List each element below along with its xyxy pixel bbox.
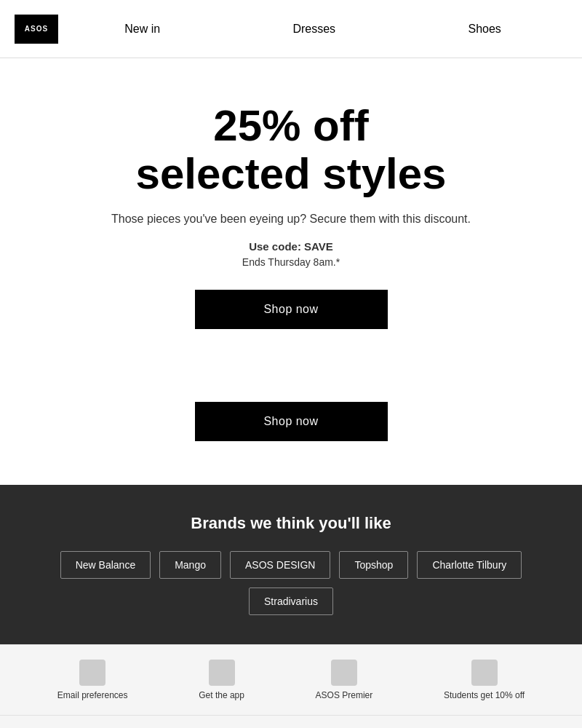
hero-section: 25% off selected styles Those pieces you…	[0, 58, 582, 358]
hero-code-value: SAVE	[304, 240, 333, 253]
brand-new-balance[interactable]: New Balance	[60, 551, 151, 579]
hero-subtitle: Those pieces you've been eyeing up? Secu…	[29, 213, 553, 226]
footer-students-label: Students get 10% off	[444, 690, 525, 700]
brands-grid: New Balance Mango ASOS DESIGN Topshop Ch…	[29, 551, 553, 615]
app-icon	[209, 660, 235, 686]
header: ASOS New in Dresses Shoes	[0, 0, 582, 58]
hero-code: Use code: SAVE	[29, 240, 553, 253]
hero-ends: Ends Thursday 8am.*	[29, 256, 553, 268]
footer-icons-section: Email preferences Get the app ASOS Premi…	[0, 644, 582, 715]
logo[interactable]: ASOS	[15, 15, 58, 44]
students-icon	[471, 660, 498, 686]
brand-asos-design[interactable]: ASOS DESIGN	[230, 551, 330, 579]
nav-dresses[interactable]: Dresses	[292, 23, 335, 36]
footer-email-prefs[interactable]: Email preferences	[57, 660, 128, 700]
brands-section: Brands we think you'll like New Balance …	[0, 485, 582, 644]
brand-mango[interactable]: Mango	[159, 551, 221, 579]
brands-title: Brands we think you'll like	[29, 514, 553, 533]
email-icon	[79, 660, 105, 686]
promo-second-section: Shop now	[0, 358, 582, 485]
logo-text: ASOS	[25, 25, 48, 33]
footer-asos-premier[interactable]: ASOS Premier	[316, 660, 373, 700]
brand-topshop[interactable]: Topshop	[339, 551, 408, 579]
legal-footer: *Enter code SAVE at checkout to receive …	[0, 715, 582, 728]
shop-now-button-1[interactable]: Shop now	[195, 290, 388, 329]
nav-shoes[interactable]: Shoes	[468, 23, 501, 36]
footer-premier-label: ASOS Premier	[316, 690, 373, 700]
brand-charlotte-tilbury[interactable]: Charlotte Tilbury	[417, 551, 522, 579]
premier-icon	[331, 660, 357, 686]
main-nav: New in Dresses Shoes	[58, 23, 567, 36]
footer-app-label: Get the app	[199, 690, 244, 700]
hero-title: 25% off selected styles	[29, 102, 553, 198]
footer-email-label: Email preferences	[57, 690, 128, 700]
shop-now-button-2[interactable]: Shop now	[195, 402, 388, 441]
footer-students[interactable]: Students get 10% off	[444, 660, 525, 700]
footer-get-app[interactable]: Get the app	[199, 660, 244, 700]
nav-new-in[interactable]: New in	[124, 23, 160, 36]
brand-stradivarius[interactable]: Stradivarius	[249, 587, 333, 615]
